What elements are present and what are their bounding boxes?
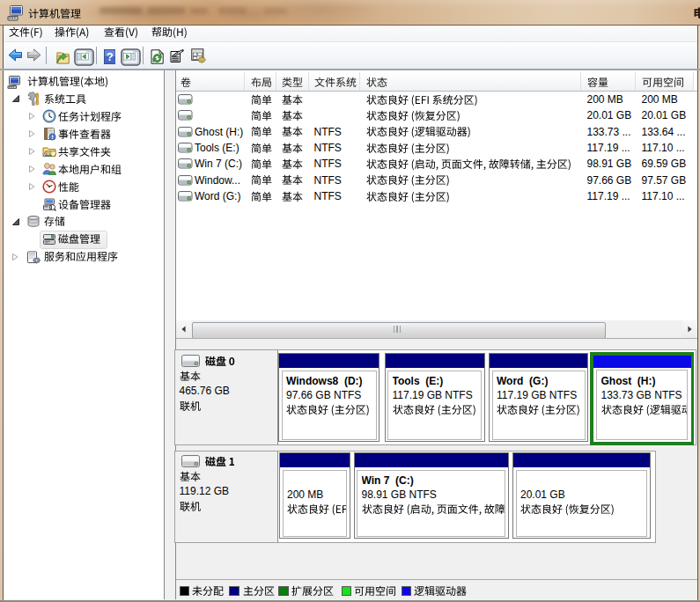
svg-text:?: ? bbox=[106, 50, 113, 63]
